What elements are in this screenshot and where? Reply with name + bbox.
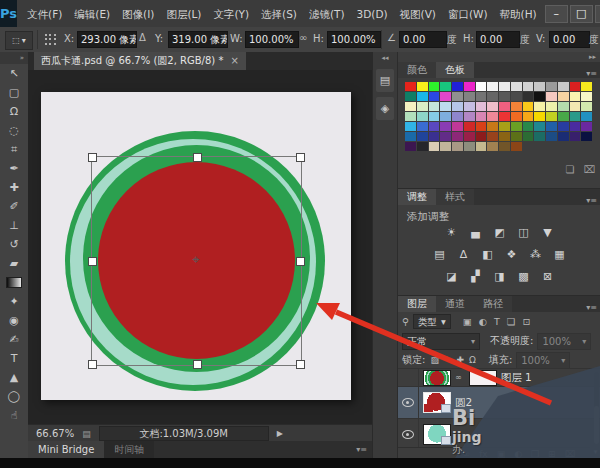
color-swatch[interactable]: [570, 92, 581, 101]
filter-type-layers-icon[interactable]: T: [494, 316, 500, 327]
blur-tool-icon[interactable]: ✦: [0, 292, 28, 311]
panel-menu-icon[interactable]: ▾≡: [586, 303, 597, 312]
color-swatch[interactable]: [523, 132, 534, 141]
color-swatch[interactable]: [487, 132, 498, 141]
color-swatch[interactable]: [487, 82, 498, 91]
color-swatch[interactable]: [405, 102, 416, 111]
color-swatch[interactable]: [405, 142, 416, 151]
color-swatch[interactable]: [487, 92, 498, 101]
close-icon[interactable]: ×: [230, 52, 238, 70]
fill-field[interactable]: 100% ▾: [516, 352, 570, 369]
hskew-field[interactable]: 0.00: [476, 31, 520, 48]
transform-handle-w[interactable]: [88, 257, 97, 266]
layer-thumbnail[interactable]: [423, 424, 451, 445]
levels-icon[interactable]: ▄: [467, 225, 484, 240]
color-swatch[interactable]: [546, 112, 557, 121]
color-swatch[interactable]: [429, 92, 440, 101]
color-swatch[interactable]: [546, 132, 557, 141]
visibility-cell[interactable]: [398, 419, 419, 448]
color-swatch[interactable]: [405, 122, 416, 131]
color-swatch[interactable]: [429, 122, 440, 131]
adjustment-layer-icon[interactable]: ◐: [514, 449, 522, 459]
hue-saturation-icon[interactable]: ▤: [431, 247, 448, 262]
layer-name[interactable]: 图层 1: [501, 371, 532, 385]
threshold-icon[interactable]: ◨: [491, 269, 508, 284]
filter-kind-dropdown[interactable]: 类型 ▾: [413, 314, 451, 329]
x-position-field[interactable]: 293.00 像素: [77, 31, 137, 48]
color-swatch[interactable]: [417, 82, 428, 91]
color-swatch[interactable]: [464, 112, 475, 121]
color-swatch[interactable]: [581, 82, 592, 91]
color-swatch[interactable]: [558, 122, 569, 131]
color-swatch[interactable]: [570, 112, 581, 121]
tab-时间轴[interactable]: 时间轴: [104, 441, 154, 458]
invert-icon[interactable]: ◪: [443, 269, 460, 284]
black-white-icon[interactable]: ◧: [479, 247, 496, 262]
lock-transparency-icon[interactable]: ▨: [430, 355, 439, 365]
layer-row[interactable]: ∞图层 1: [398, 369, 600, 387]
layer-row[interactable]: 圆2: [398, 387, 600, 419]
menu-item-3D(D)[interactable]: 3D(D): [351, 1, 394, 27]
link-dimensions-icon[interactable]: ∞: [299, 32, 307, 43]
eraser-tool-icon[interactable]: ▰: [0, 254, 28, 273]
color-swatch[interactable]: [511, 112, 522, 121]
menu-item-编辑(E)[interactable]: 编辑(E): [68, 1, 116, 27]
layer-thumbnail[interactable]: [423, 392, 451, 413]
filter-adjustment-layers-icon[interactable]: ◐: [479, 316, 487, 327]
pen-tool-icon[interactable]: ✍: [0, 330, 28, 349]
brush-tool-icon[interactable]: ✐: [0, 197, 28, 216]
color-swatch[interactable]: [452, 92, 463, 101]
tab-图层[interactable]: 图层: [398, 296, 436, 312]
color-swatch[interactable]: [405, 132, 416, 141]
menu-item-文字(Y)[interactable]: 文字(Y): [207, 1, 255, 27]
path-selection-tool-icon[interactable]: ▲: [0, 368, 28, 387]
color-swatch[interactable]: [452, 132, 463, 141]
selective-color-icon[interactable]: ⊠: [539, 269, 556, 284]
collapse-left-icon[interactable]: ◂◂: [373, 52, 397, 64]
rotation-field[interactable]: 0.00: [399, 31, 447, 48]
color-swatch[interactable]: [405, 92, 416, 101]
layer-group-icon[interactable]: ❒: [531, 449, 539, 459]
transform-handle-nw[interactable]: [88, 153, 97, 162]
filter-smart-objects-icon[interactable]: ⊡: [522, 316, 530, 327]
color-swatch[interactable]: [487, 102, 498, 111]
lock-all-icon[interactable]: Ω: [469, 355, 476, 365]
color-swatch[interactable]: [440, 112, 451, 121]
new-layer-icon[interactable]: ⊞: [548, 449, 556, 459]
color-swatch[interactable]: [499, 82, 510, 91]
search-icon[interactable]: ⚲: [402, 316, 409, 327]
color-swatch[interactable]: [534, 132, 545, 141]
transform-handle-se[interactable]: [296, 360, 305, 369]
color-swatch[interactable]: [476, 92, 487, 101]
color-swatch[interactable]: [581, 132, 592, 141]
eyedropper-tool-icon[interactable]: ✒: [0, 159, 28, 178]
color-swatch[interactable]: [570, 102, 581, 111]
lasso-tool-icon[interactable]: Ω: [0, 102, 28, 121]
color-swatch[interactable]: [534, 82, 545, 91]
history-brush-tool-icon[interactable]: ↺: [0, 235, 28, 254]
color-swatch[interactable]: [487, 142, 498, 151]
tab-色板[interactable]: 色板: [436, 62, 474, 78]
posterize-icon[interactable]: ▞: [467, 269, 484, 284]
channel-mixer-icon[interactable]: ⁂: [527, 247, 544, 262]
document-tab[interactable]: 西瓜卡通.psd @ 66.7% (圆2, RGB/8) * ×: [34, 52, 246, 70]
color-swatch[interactable]: [570, 82, 581, 91]
color-swatch[interactable]: [476, 112, 487, 121]
panel-menu-icon[interactable]: ▾≡: [586, 69, 597, 78]
color-swatch[interactable]: [429, 132, 440, 141]
transform-handle-sw[interactable]: [88, 360, 97, 369]
layer-mask-thumbnail[interactable]: [469, 370, 497, 386]
color-swatch[interactable]: [476, 132, 487, 141]
color-swatch[interactable]: [511, 122, 522, 131]
color-swatch[interactable]: [405, 82, 416, 91]
color-swatch[interactable]: [558, 132, 569, 141]
color-swatch[interactable]: [570, 132, 581, 141]
color-swatch[interactable]: [476, 102, 487, 111]
color-swatch[interactable]: [417, 122, 428, 131]
tab-样式[interactable]: 样式: [436, 189, 474, 205]
color-swatch[interactable]: [476, 142, 487, 151]
type-tool-icon[interactable]: T: [0, 349, 28, 368]
color-swatch[interactable]: [464, 122, 475, 131]
scrollbar-thumb[interactable]: [594, 406, 599, 444]
color-swatch[interactable]: [581, 92, 592, 101]
